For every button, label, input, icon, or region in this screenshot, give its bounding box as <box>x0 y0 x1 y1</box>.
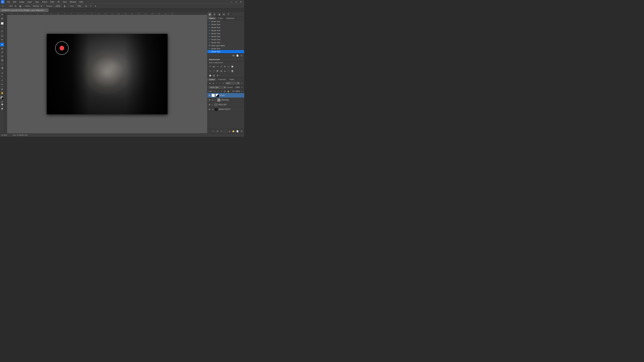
rectangular-marquee-tool[interactable]: ⬜ <box>0 21 4 25</box>
panel-icon-typography[interactable]: T <box>226 12 231 17</box>
adj-curves-icon[interactable]: ∿ <box>216 65 219 68</box>
layer-visibility-freqsep[interactable]: 👁 <box>208 103 211 106</box>
layer-savedphoto[interactable]: 👁 ⛓ SAVED PHOTO <box>208 107 244 112</box>
layer-style-btn[interactable]: fx <box>220 130 223 133</box>
layer-mask-btn[interactable]: ⬚ <box>224 130 227 133</box>
lock-all-icon[interactable]: 🔒 <box>227 90 230 92</box>
maximize-button[interactable]: □ <box>234 0 238 4</box>
filter-type-icon[interactable]: T <box>215 82 218 84</box>
quick-mask-icon[interactable]: ⬤ <box>1 103 3 105</box>
opacity-toggle-icon[interactable]: ◐ <box>63 4 66 8</box>
document-tab[interactable]: K8A0079-1.psd @ 33.3% (Relight, Layer Ma… <box>0 8 49 12</box>
pen-tool[interactable]: ⊿ <box>0 71 4 74</box>
history-tab[interactable]: History <box>208 17 217 20</box>
eyedropper-tool[interactable]: ✒ <box>0 38 4 41</box>
gradient-tool[interactable]: ▤ <box>0 58 4 62</box>
layer-link-btn[interactable]: ⛓ <box>216 130 219 133</box>
pressure-icon[interactable]: ✦ <box>94 4 97 8</box>
hand-tool[interactable]: ✋ <box>0 91 4 95</box>
adj-brightness-icon[interactable]: ☀ <box>208 65 212 68</box>
menu-edit[interactable]: Edit <box>12 0 18 3</box>
adj-gradmap-icon[interactable]: ▓ <box>230 69 234 72</box>
channels-tab[interactable]: Channels <box>216 78 228 81</box>
menu-view[interactable]: View <box>62 0 68 3</box>
filter-shape-icon[interactable]: ▭ <box>218 82 221 84</box>
minimize-button[interactable]: ─ <box>229 0 234 4</box>
menu-3d[interactable]: 3D <box>56 0 61 3</box>
adj-colormatch-icon[interactable]: ⬤ <box>230 65 234 68</box>
layer-new-fill-btn[interactable]: ◑ <box>228 130 231 133</box>
foreground-background-colors[interactable] <box>0 96 4 100</box>
clone-stamp-tool[interactable]: ⊕ <box>0 46 4 50</box>
history-item-10[interactable]: ✏ Brush Tool <box>208 50 244 53</box>
brush-preview[interactable] <box>6 4 9 7</box>
layer-visibility-original[interactable]: 👁 <box>208 99 211 101</box>
flow-input[interactable] <box>75 4 83 8</box>
screen-mode-button[interactable]: ▣ <box>0 107 4 110</box>
history-item-9[interactable]: ✏ Brush Tool <box>208 47 244 50</box>
adj-invert-icon[interactable]: ◩ <box>216 69 219 72</box>
history-item-3[interactable]: ✏ Brush Tool <box>208 26 244 29</box>
foreground-color[interactable] <box>1 97 4 99</box>
layer-original[interactable]: 👁 ⛓ ✦ ORIGINAL <box>208 98 244 102</box>
menu-layer[interactable]: Layer <box>26 0 33 3</box>
brush-tool[interactable]: ✏ <box>0 43 4 46</box>
airbrush-icon[interactable]: ⊕ <box>84 4 88 8</box>
switch-colors-icon[interactable]: ⇄ <box>1 100 3 103</box>
opacity-input[interactable] <box>54 4 62 8</box>
color-tab[interactable]: Color <box>217 17 224 20</box>
layer-expand-freqsep[interactable]: ▶ <box>212 104 214 106</box>
type-tool[interactable]: T <box>0 75 4 78</box>
path-select-tool[interactable]: ↗ <box>0 78 4 82</box>
adj-colorlookup-icon[interactable]: ⬛ <box>212 69 216 72</box>
adj-levels-icon[interactable]: ▬ <box>212 65 216 68</box>
menu-help[interactable]: Help <box>78 0 84 3</box>
history-new-doc-btn[interactable]: 📄 <box>236 54 239 57</box>
blend-mode-select[interactable]: Linear Light Normal Multiply Screen Over… <box>208 86 226 89</box>
adj-solidcolor-icon[interactable]: ⬤ <box>208 74 212 77</box>
brush-type-icon[interactable]: ▦ <box>18 4 22 8</box>
shape-tool[interactable]: ▭ <box>0 82 4 86</box>
canvas-container[interactable] <box>7 15 207 133</box>
lock-transparent-icon[interactable]: ⊡ <box>214 90 216 92</box>
opacity-chevron-icon[interactable]: ▾ <box>240 86 243 89</box>
filter-pixel-icon[interactable]: ▣ <box>208 82 211 84</box>
adj-pattern-icon[interactable]: ⊞ <box>216 74 219 77</box>
panel-icon-layers[interactable]: ⊞ <box>208 12 212 17</box>
panel-icon-adjustments[interactable]: ◑ <box>217 12 222 17</box>
layer-kind-select[interactable]: Kind <box>225 82 240 85</box>
adj-selective-icon[interactable]: ⬚ <box>227 69 230 72</box>
crop-tool[interactable]: ⊡ <box>0 34 4 38</box>
adj-channelmix-icon[interactable]: ≡ <box>208 69 212 72</box>
lock-position-icon[interactable]: ✛ <box>220 90 223 92</box>
lock-artboard-icon[interactable]: ▦ <box>224 90 226 92</box>
history-item-6[interactable]: ✏ Brush Tool <box>208 35 244 38</box>
layer-delete-btn[interactable]: 🗑 <box>240 130 243 133</box>
adj-hsl-icon[interactable]: △ <box>227 65 230 68</box>
blur-tool[interactable]: ◌ <box>0 62 4 66</box>
menu-select[interactable]: Select <box>41 0 49 3</box>
adj-exposure-icon[interactable]: ⊙ <box>220 65 223 68</box>
menu-filter[interactable]: Filter <box>49 0 56 3</box>
eraser-tool[interactable]: ⊘ <box>0 54 4 58</box>
history-item-8[interactable]: ✏ Brush Tool <box>208 41 244 44</box>
layer-filter-icon[interactable]: ⊙ <box>212 130 215 133</box>
history-item-7[interactable]: ✏ Brush Tool <box>208 38 244 41</box>
lasso-tool[interactable]: ⌖ <box>0 25 4 29</box>
close-button[interactable]: ✕ <box>238 0 243 4</box>
layer-group-btn[interactable]: 📁 <box>232 130 235 133</box>
menu-window[interactable]: Window <box>68 0 78 3</box>
history-brush-tool[interactable]: ↺ <box>0 50 4 54</box>
panel-icon-ai[interactable]: AI <box>222 12 226 17</box>
filter-smart-icon[interactable]: ⚙ <box>222 82 224 84</box>
menu-type[interactable]: Type <box>34 0 40 3</box>
history-item-2[interactable]: ✏ Brush Tool <box>208 23 244 26</box>
lock-image-icon[interactable]: ✏ <box>217 90 220 92</box>
tab-close-button[interactable]: × <box>46 9 47 11</box>
move-tool[interactable]: ✛ <box>0 13 4 16</box>
filter-adj-icon[interactable]: ◑ <box>212 82 214 84</box>
history-item-addmask[interactable]: ⊞ Add Layer Mask <box>208 44 244 47</box>
layers-tab[interactable]: Layers <box>208 78 216 81</box>
brush-tool-icon[interactable]: ✏ <box>1 4 5 8</box>
adj-posterize-icon[interactable]: ▤ <box>220 69 223 72</box>
